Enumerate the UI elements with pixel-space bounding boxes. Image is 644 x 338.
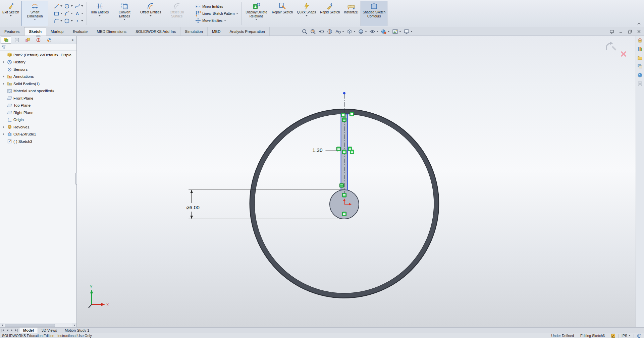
smart-dimension-button[interactable]: Smart Dimension [21, 1, 48, 26]
fillet-tool[interactable] [54, 18, 62, 24]
tab-motion-study-1[interactable]: Motion Study 1 [61, 328, 93, 333]
view-settings-button[interactable] [404, 29, 413, 35]
view-orientation-button[interactable] [346, 29, 356, 35]
configurationmanager-tab[interactable] [22, 37, 33, 44]
displaymanager-tab[interactable] [44, 37, 54, 44]
point-tool[interactable] [74, 18, 83, 24]
expand-arrow-icon[interactable] [2, 75, 6, 77]
chevron-down-icon[interactable] [60, 20, 62, 21]
chevron-down-icon[interactable] [236, 13, 238, 14]
tree-item-sketch3[interactable]: (-) Sketch3 [0, 138, 76, 145]
chevron-down-icon[interactable] [10, 15, 12, 16]
chevron-down-icon[interactable] [71, 5, 73, 7]
relation-icon[interactable] [339, 183, 343, 187]
tree-item-origin[interactable]: Origin [0, 116, 76, 124]
rapid-sketch-button[interactable]: Rapid Sketch [318, 1, 341, 26]
diameter-dimension[interactable]: ⌀6.00 [186, 190, 345, 219]
tree-item-right-plane[interactable]: Right Plane [0, 109, 76, 116]
relation-icon[interactable] [342, 150, 346, 154]
chevron-down-icon[interactable] [411, 31, 413, 32]
chevron-down-icon[interactable] [99, 15, 101, 16]
globe-icon[interactable] [637, 334, 641, 338]
edit-appearance-button[interactable] [381, 29, 390, 35]
instant2d-button[interactable]: Instant2D [342, 1, 360, 26]
mirror-entities-button[interactable]: Mirror Entities [195, 3, 238, 9]
previous-view-button[interactable] [318, 29, 324, 35]
collapse-ribbon-button[interactable] [637, 21, 641, 25]
view-palette-icon[interactable] [637, 64, 643, 69]
tab-solidworks-add-ins[interactable]: SOLIDWORKS Add-Ins [131, 27, 180, 36]
edit-sketch-status-icon[interactable] [611, 334, 615, 338]
diameter-dimension-text[interactable]: ⌀6.00 [186, 205, 200, 210]
repair-sketch-button[interactable]: Repair Sketch [270, 1, 294, 26]
file-explorer-icon[interactable] [637, 55, 643, 60]
tab-mbd[interactable]: MBD [208, 27, 225, 36]
tree-item-annotations[interactable]: A Annotations [0, 73, 76, 80]
first-tab-button[interactable] [1, 329, 5, 332]
scroll-right-button[interactable] [72, 323, 76, 327]
tab-analysis-preparation[interactable]: Analysis Preparation [225, 27, 269, 36]
display-delete-relations-button[interactable]: Display/Delete Relations [243, 1, 269, 26]
panel-horizontal-scrollbar[interactable] [0, 323, 76, 327]
relation-icon[interactable] [336, 147, 340, 151]
chevron-down-icon[interactable] [71, 13, 73, 14]
zoom-to-fit-button[interactable] [302, 29, 308, 35]
tab-3d-views[interactable]: 3D Views [38, 328, 61, 333]
dynamic-annotation-views-button[interactable]: A [335, 29, 344, 35]
propertymanager-tab[interactable] [12, 37, 22, 44]
tree-item-material[interactable]: Material <not specified> [0, 88, 76, 95]
previous-tab-button[interactable] [6, 329, 9, 332]
tab-simulation[interactable]: Simulation [180, 27, 208, 36]
text-tool[interactable]: A [74, 10, 83, 17]
minimize-button[interactable] [619, 29, 623, 34]
tab-sketch[interactable]: Sketch [24, 27, 46, 36]
relation-icon[interactable] [350, 112, 354, 116]
convert-entities-button[interactable]: Convert Entities [111, 1, 138, 26]
tree-item-sensors[interactable]: Sensors [0, 66, 76, 73]
linear-sketch-pattern-button[interactable]: Linear Sketch Pattern [195, 10, 238, 16]
filter-funnel-icon[interactable] [1, 45, 6, 50]
tab-evaluate[interactable]: Evaluate [68, 27, 92, 36]
solidworks-resources-icon[interactable] [637, 38, 643, 43]
tab-features[interactable]: Features [0, 27, 24, 36]
section-view-button[interactable] [327, 29, 333, 35]
custom-properties-icon[interactable] [637, 81, 643, 87]
chevron-down-icon[interactable] [354, 31, 356, 32]
chevron-down-icon[interactable] [81, 20, 83, 21]
chevron-down-icon[interactable] [60, 5, 62, 7]
graphics-scene[interactable]: ⌀6.00 1.30 [77, 36, 636, 327]
tree-item-top-plane[interactable]: Top Plane [0, 102, 76, 109]
zoom-to-area-button[interactable] [310, 29, 316, 35]
appearances-scenes-icon[interactable] [637, 72, 643, 78]
design-library-icon[interactable] [637, 46, 643, 52]
hide-show-items-button[interactable] [369, 29, 378, 35]
tree-item-front-plane[interactable]: Front Plane [0, 95, 76, 102]
panel-tabs-overflow-button[interactable]: > [70, 38, 75, 42]
expand-arrow-icon[interactable] [2, 83, 6, 85]
next-tab-button[interactable] [10, 329, 13, 332]
chevron-down-icon[interactable] [342, 31, 344, 32]
tree-item-part-root[interactable]: Part2 (Default) <<Default>_Displa [0, 51, 76, 59]
chevron-down-icon[interactable] [376, 31, 378, 32]
dimxpertmanager-tab[interactable] [33, 37, 43, 44]
confirmation-exit-sketch-icon[interactable] [605, 41, 617, 52]
trim-entities-button[interactable]: Trim Entities [89, 1, 110, 26]
chevron-down-icon[interactable] [71, 20, 73, 21]
tree-item-solid-bodies[interactable]: Solid Bodies(1) [0, 80, 76, 88]
rectangle-tool[interactable] [54, 10, 62, 17]
shaded-sketch-contours-button[interactable]: Shaded Sketch Contours [361, 1, 387, 26]
tab-model[interactable]: Model [19, 328, 38, 333]
chevron-down-icon[interactable] [81, 13, 83, 14]
chevron-down-icon[interactable] [365, 31, 367, 32]
chevron-down-icon[interactable] [150, 15, 152, 16]
options-icon[interactable] [609, 29, 614, 34]
expand-arrow-icon[interactable] [2, 126, 6, 128]
tree-item-revolve1[interactable]: Revolve1 [0, 123, 76, 131]
chevron-down-icon[interactable] [306, 15, 308, 16]
offset-entities-button[interactable]: Offset Entities [139, 1, 163, 26]
scroll-left-button[interactable] [0, 323, 4, 327]
display-style-button[interactable] [358, 29, 367, 35]
featuremanager-tab[interactable] [1, 37, 11, 44]
exit-sketch-button[interactable]: Exit Sketch [1, 1, 21, 26]
chevron-down-icon[interactable] [60, 13, 62, 14]
